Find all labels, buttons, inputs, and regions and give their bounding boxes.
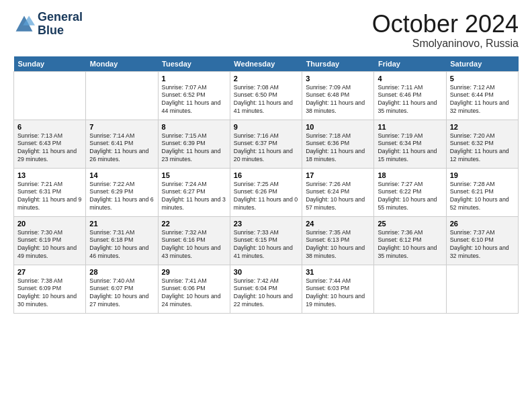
calendar-cell: 26Sunrise: 7:37 AMSunset: 6:10 PMDayligh… [446,216,518,265]
calendar-cell: 12Sunrise: 7:20 AMSunset: 6:32 PMDayligh… [446,120,518,168]
day-info: Sunrise: 7:14 AMSunset: 6:41 PMDaylight:… [89,132,154,165]
logo-line2: Blue [38,24,83,38]
day-number: 16 [234,171,298,179]
calendar-cell: 21Sunrise: 7:31 AMSunset: 6:18 PMDayligh… [86,216,158,265]
day-info: Sunrise: 7:18 AMSunset: 6:36 PMDaylight:… [306,132,370,165]
day-number: 15 [162,171,226,179]
calendar-cell: 3Sunrise: 7:09 AMSunset: 6:48 PMDaylight… [302,71,374,120]
day-number: 18 [378,171,442,179]
day-number: 30 [234,268,298,276]
day-info: Sunrise: 7:31 AMSunset: 6:18 PMDaylight:… [89,229,154,261]
calendar-cell: 14Sunrise: 7:22 AMSunset: 6:29 PMDayligh… [86,168,158,216]
calendar-week-row: 6Sunrise: 7:13 AMSunset: 6:43 PMDaylight… [14,120,519,168]
calendar-cell: 1Sunrise: 7:07 AMSunset: 6:52 PMDaylight… [158,71,230,120]
calendar-cell: 30Sunrise: 7:42 AMSunset: 6:04 PMDayligh… [230,265,302,313]
day-number: 23 [234,220,298,228]
day-number: 2 [234,75,298,83]
calendar-week-row: 27Sunrise: 7:38 AMSunset: 6:09 PMDayligh… [14,265,519,313]
day-info: Sunrise: 7:09 AMSunset: 6:48 PMDaylight:… [306,84,370,116]
weekday-header-wednesday: Wednesday [230,56,302,72]
day-number: 6 [17,123,82,131]
day-number: 31 [306,268,370,276]
calendar-cell: 2Sunrise: 7:08 AMSunset: 6:50 PMDaylight… [230,71,302,120]
logo-text: General Blue [38,11,83,38]
calendar-cell: 18Sunrise: 7:27 AMSunset: 6:22 PMDayligh… [374,168,446,216]
day-number: 11 [378,123,442,131]
location-title: Smolyaninovo, Russia [372,38,519,50]
day-info: Sunrise: 7:08 AMSunset: 6:50 PMDaylight:… [234,84,298,116]
day-info: Sunrise: 7:19 AMSunset: 6:34 PMDaylight:… [378,132,442,165]
header: General Blue October 2024 Smolyaninovo, … [13,11,519,50]
day-info: Sunrise: 7:26 AMSunset: 6:24 PMDaylight:… [306,181,370,213]
calendar-cell: 11Sunrise: 7:19 AMSunset: 6:34 PMDayligh… [374,120,446,168]
calendar-cell: 9Sunrise: 7:16 AMSunset: 6:37 PMDaylight… [230,120,302,168]
day-number: 1 [162,75,226,83]
calendar-cell: 23Sunrise: 7:33 AMSunset: 6:15 PMDayligh… [230,216,302,265]
day-number: 17 [306,171,370,179]
calendar-cell: 7Sunrise: 7:14 AMSunset: 6:41 PMDaylight… [86,120,158,168]
day-info: Sunrise: 7:07 AMSunset: 6:52 PMDaylight:… [162,84,226,116]
day-info: Sunrise: 7:32 AMSunset: 6:16 PMDaylight:… [162,229,226,261]
calendar-week-row: 13Sunrise: 7:21 AMSunset: 6:31 PMDayligh… [14,168,519,216]
calendar-cell [374,265,446,313]
calendar-cell: 19Sunrise: 7:28 AMSunset: 6:21 PMDayligh… [446,168,518,216]
day-info: Sunrise: 7:42 AMSunset: 6:04 PMDaylight:… [234,277,298,310]
day-info: Sunrise: 7:27 AMSunset: 6:22 PMDaylight:… [378,181,442,213]
day-info: Sunrise: 7:24 AMSunset: 6:27 PMDaylight:… [162,181,226,213]
logo-icon [13,13,35,35]
day-number: 13 [17,171,82,179]
calendar-cell: 16Sunrise: 7:25 AMSunset: 6:26 PMDayligh… [230,168,302,216]
day-info: Sunrise: 7:38 AMSunset: 6:09 PMDaylight:… [17,277,82,310]
weekday-header-row: SundayMondayTuesdayWednesdayThursdayFrid… [14,56,519,72]
calendar-cell: 25Sunrise: 7:36 AMSunset: 6:12 PMDayligh… [374,216,446,265]
day-info: Sunrise: 7:20 AMSunset: 6:32 PMDaylight:… [450,132,515,165]
day-info: Sunrise: 7:44 AMSunset: 6:03 PMDaylight:… [306,277,370,310]
day-number: 9 [234,123,298,131]
day-number: 21 [89,220,154,228]
weekday-header-tuesday: Tuesday [158,56,230,72]
title-block: October 2024 Smolyaninovo, Russia [372,11,519,50]
day-info: Sunrise: 7:16 AMSunset: 6:37 PMDaylight:… [234,132,298,165]
day-info: Sunrise: 7:22 AMSunset: 6:29 PMDaylight:… [89,181,154,213]
calendar-cell: 27Sunrise: 7:38 AMSunset: 6:09 PMDayligh… [14,265,86,313]
day-info: Sunrise: 7:33 AMSunset: 6:15 PMDaylight:… [234,229,298,261]
day-number: 14 [89,171,154,179]
day-number: 20 [17,220,82,228]
weekday-header-sunday: Sunday [14,56,86,72]
day-info: Sunrise: 7:12 AMSunset: 6:44 PMDaylight:… [450,84,515,116]
logo-line1: General [38,11,83,24]
day-info: Sunrise: 7:37 AMSunset: 6:10 PMDaylight:… [450,229,515,261]
calendar-cell: 17Sunrise: 7:26 AMSunset: 6:24 PMDayligh… [302,168,374,216]
calendar-cell: 8Sunrise: 7:15 AMSunset: 6:39 PMDaylight… [158,120,230,168]
weekday-header-monday: Monday [86,56,158,72]
weekday-header-friday: Friday [374,56,446,72]
day-info: Sunrise: 7:21 AMSunset: 6:31 PMDaylight:… [17,181,82,213]
day-number: 22 [162,220,226,228]
calendar-cell: 22Sunrise: 7:32 AMSunset: 6:16 PMDayligh… [158,216,230,265]
page: General Blue October 2024 Smolyaninovo, … [0,0,532,411]
day-info: Sunrise: 7:13 AMSunset: 6:43 PMDaylight:… [17,132,82,165]
day-number: 8 [162,123,226,131]
day-number: 4 [378,75,442,83]
calendar-cell: 4Sunrise: 7:11 AMSunset: 6:46 PMDaylight… [374,71,446,120]
calendar-week-row: 20Sunrise: 7:30 AMSunset: 6:19 PMDayligh… [14,216,519,265]
day-number: 3 [306,75,370,83]
calendar-cell [86,71,158,120]
calendar-cell: 15Sunrise: 7:24 AMSunset: 6:27 PMDayligh… [158,168,230,216]
calendar-cell: 31Sunrise: 7:44 AMSunset: 6:03 PMDayligh… [302,265,374,313]
day-number: 12 [450,123,515,131]
calendar-cell: 10Sunrise: 7:18 AMSunset: 6:36 PMDayligh… [302,120,374,168]
day-info: Sunrise: 7:28 AMSunset: 6:21 PMDaylight:… [450,181,515,213]
calendar-cell: 24Sunrise: 7:35 AMSunset: 6:13 PMDayligh… [302,216,374,265]
day-info: Sunrise: 7:36 AMSunset: 6:12 PMDaylight:… [378,229,442,261]
calendar-week-row: 1Sunrise: 7:07 AMSunset: 6:52 PMDaylight… [14,71,519,120]
day-number: 26 [450,220,515,228]
calendar-cell [446,265,518,313]
day-number: 7 [89,123,154,131]
calendar-cell: 28Sunrise: 7:40 AMSunset: 6:07 PMDayligh… [86,265,158,313]
day-number: 28 [89,268,154,276]
day-number: 5 [450,75,515,83]
day-number: 25 [378,220,442,228]
day-number: 27 [17,268,82,276]
day-info: Sunrise: 7:30 AMSunset: 6:19 PMDaylight:… [17,229,82,261]
